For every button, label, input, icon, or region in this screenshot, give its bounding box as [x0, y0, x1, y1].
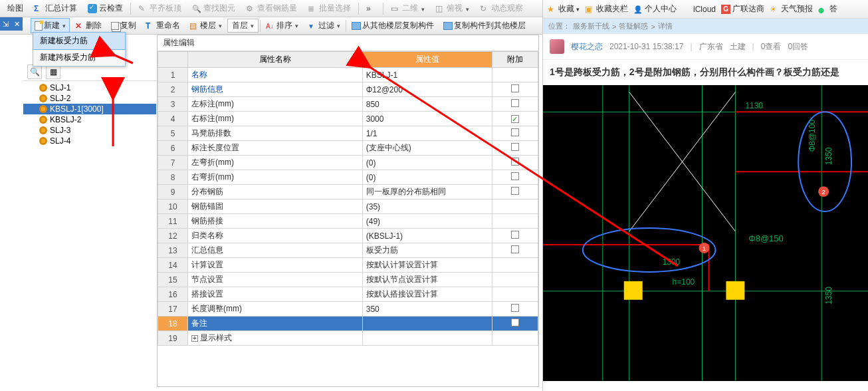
property-name: 归类名称 — [191, 231, 223, 240]
bookmark-folder[interactable]: 收藏夹栏 — [585, 3, 628, 15]
bookmarks-bar: 收藏▾ 收藏夹栏 个人中心 iCloud G广联达商 天气预报 答 — [543, 0, 868, 19]
property-value[interactable]: KBSLJ-1 — [362, 68, 492, 82]
extra-checkbox[interactable] — [511, 319, 519, 326]
property-value[interactable]: 3000 — [362, 112, 492, 126]
property-value[interactable]: 350 — [362, 302, 492, 317]
extra-checkbox[interactable] — [511, 187, 519, 195]
bookmark-weather[interactable]: 天气预报 — [770, 3, 813, 15]
extra-checkbox[interactable] — [511, 172, 519, 180]
property-row[interactable]: 13汇总信息板受力筋 — [158, 243, 538, 258]
svg-text:1: 1 — [703, 245, 706, 252]
property-row[interactable]: 5马凳筋排数1/1 — [158, 126, 538, 141]
sum-calc-button[interactable]: 汇总计算 — [29, 1, 82, 16]
property-row[interactable]: 3左标注(mm)850 — [158, 97, 538, 112]
property-name: 分布钢筋 — [191, 187, 223, 196]
property-value[interactable]: (支座中心线) — [362, 141, 492, 156]
property-row[interactable]: 9分布钢筋同一板厚的分布筋相同 — [158, 185, 538, 199]
extra-checkbox[interactable] — [511, 231, 519, 239]
property-value[interactable]: 850 — [362, 97, 492, 112]
property-row[interactable]: 12归类名称(KBSLJ-1) — [158, 229, 538, 243]
property-row[interactable]: 18备注 — [158, 317, 538, 331]
property-value[interactable]: 按默认节点设置计算 — [362, 273, 492, 287]
dynamic-view-button[interactable]: 动态观察 — [475, 1, 528, 16]
tree-item-SLJ-2[interactable]: SLJ-2 — [23, 93, 156, 104]
property-row[interactable]: 11钢筋搭接(49) — [158, 214, 538, 229]
property-value[interactable]: (KBSLJ-1) — [362, 229, 492, 243]
property-row[interactable]: 16搭接设置按默认搭接设置计算 — [158, 287, 538, 302]
new-button[interactable]: 新建 — [31, 18, 70, 33]
property-row[interactable]: 7左弯折(mm)(0) — [158, 156, 538, 170]
breadcrumb-link-1[interactable]: 服务新干线 — [573, 21, 609, 31]
rebar-qty-button[interactable]: 查看钢筋量 — [241, 1, 302, 16]
tree-item-KBSLJ-2[interactable]: KBSLJ-2 — [23, 114, 156, 125]
property-row[interactable]: 19+显示样式 — [158, 331, 538, 346]
post-replies: 0回答 — [788, 41, 808, 53]
filter-button[interactable]: 过滤 — [304, 18, 344, 33]
delete-button[interactable]: 删除 — [71, 18, 106, 33]
post-username[interactable]: 樱花之恋 — [571, 41, 603, 53]
copy-button[interactable]: 复制 — [107, 18, 140, 33]
copy-from-floor-button[interactable]: 从其他楼层复制构件 — [348, 18, 438, 33]
property-value[interactable]: 按默认计算设置计算 — [362, 258, 492, 273]
new-span-slab-rebar-option[interactable]: 新建跨板受力筋 — [33, 49, 125, 66]
bookmark-icloud[interactable]: iCloud — [682, 5, 716, 14]
extra-checkbox[interactable] — [511, 304, 519, 312]
expand-icon[interactable]: + — [191, 335, 198, 342]
cad-drawing[interactable]: 1 2 1130 Φ8@100 1350 Φ8@150 1300 h=100 1… — [543, 85, 868, 381]
property-value[interactable]: (0) — [362, 156, 492, 170]
pin-tab[interactable]: ⇲✕ — [0, 17, 23, 31]
property-row[interactable]: 14计算设置按默认计算设置计算 — [158, 258, 538, 273]
property-row[interactable]: 1名称KBSLJ-1 — [158, 68, 538, 82]
extra-checkbox[interactable] — [511, 245, 519, 253]
property-value[interactable]: (49) — [362, 214, 492, 229]
extra-checkbox[interactable] — [511, 158, 519, 166]
bookmark-personal[interactable]: 个人中心 — [633, 3, 677, 15]
property-row[interactable]: 15节点设置按默认节点设置计算 — [158, 273, 538, 287]
property-value[interactable]: 同一板厚的分布筋相同 — [362, 185, 492, 199]
property-row[interactable]: 8右弯折(mm)(0) — [158, 170, 538, 185]
property-value[interactable]: (35) — [362, 199, 492, 214]
breadcrumb-link-2[interactable]: 答疑解惑 — [619, 21, 648, 31]
property-row[interactable]: 10钢筋锚固(35) — [158, 199, 538, 214]
draw-menu[interactable]: 绘图 — [3, 1, 28, 16]
tree-item-SLJ-4[interactable]: SLJ-4 — [23, 136, 156, 146]
extra-checkbox[interactable] — [511, 115, 519, 123]
tree-item-SLJ-3[interactable]: SLJ-3 — [23, 125, 156, 136]
property-value[interactable]: 板受力筋 — [362, 243, 492, 258]
cloud-check-button[interactable]: 云检查 — [83, 1, 128, 16]
property-row[interactable]: 6标注长度位置(支座中心线) — [158, 141, 538, 156]
property-value[interactable]: (0) — [362, 170, 492, 185]
new-slab-rebar-option[interactable]: 新建板受力筋 — [33, 32, 126, 50]
bird-view-button[interactable]: 俯视 — [431, 1, 474, 16]
property-value[interactable] — [362, 317, 492, 331]
property-row[interactable]: 2钢筋信息Φ12@200 — [158, 82, 538, 97]
property-row[interactable]: 17长度调整(mm)350 — [158, 302, 538, 317]
property-value[interactable] — [362, 331, 492, 346]
bookmark-glodon[interactable]: G广联达商 — [721, 3, 764, 15]
property-value[interactable]: 按默认搭接设置计算 — [362, 287, 492, 302]
rename-button[interactable]: 重命名 — [142, 18, 184, 33]
extra-checkbox[interactable] — [511, 128, 519, 136]
property-value[interactable]: Φ12@200 — [362, 82, 492, 97]
floor-select[interactable]: 首层 — [227, 19, 259, 33]
bookmark-fav[interactable]: 收藏▾ — [547, 3, 580, 15]
row-number: 1 — [158, 68, 188, 82]
flat-top-button[interactable]: 平齐板顶 — [134, 1, 186, 16]
bookmark-answer[interactable]: 答 — [818, 3, 837, 15]
tree-item-KBSLJ-1[3000][interactable]: KBSLJ-1[3000] — [23, 104, 156, 114]
property-row[interactable]: 4右标注(mm)3000 — [158, 112, 538, 126]
property-value[interactable]: 1/1 — [362, 126, 492, 141]
copy-to-floor-button[interactable]: 复制构件到其他楼层 — [439, 18, 530, 33]
tree-item-SLJ-1[interactable]: SLJ-1 — [23, 82, 156, 93]
extra-checkbox[interactable] — [511, 143, 519, 151]
extra-cell — [492, 126, 538, 141]
avatar[interactable] — [550, 39, 564, 54]
floor-button[interactable]: 楼层 — [185, 18, 226, 33]
sort-button[interactable]: 排序 — [262, 18, 302, 33]
2d-button[interactable]: 二维 — [386, 1, 429, 16]
batch-select-button[interactable]: 批量选择 — [303, 1, 356, 16]
more-icon[interactable] — [362, 2, 380, 15]
extra-checkbox[interactable] — [511, 84, 519, 92]
extra-checkbox[interactable] — [511, 99, 519, 107]
find-element-button[interactable]: 查找图元 — [187, 1, 240, 16]
